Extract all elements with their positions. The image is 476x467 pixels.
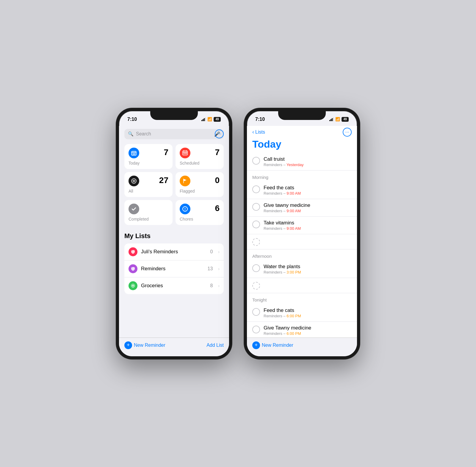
reminder-circle[interactable]: [252, 221, 260, 228]
groceries-count: 8: [210, 283, 213, 288]
reminder-text: Feed the cats Reminders – 6:00 PM: [264, 307, 352, 318]
reminder-circle-dashed[interactable]: [252, 238, 260, 246]
reminder-title: Call truist: [264, 156, 352, 162]
flagged-count: 0: [215, 176, 220, 185]
reminder-circle-dashed[interactable]: [252, 282, 260, 290]
smart-card-scheduled[interactable]: 7 Scheduled: [176, 144, 224, 169]
reminder-list: Call truist Reminders – Yesterday Mornin…: [247, 153, 357, 342]
reminder-text: Water the plants Reminders – 3:00 PM: [264, 264, 352, 274]
list-item-reminders[interactable]: Reminders 13 ›: [124, 260, 224, 277]
left-screen: ··· 🔍 Search 🎤: [119, 126, 229, 356]
reminder-title: Give Tawny medicine: [264, 325, 352, 331]
reminder-sub: Reminders – Yesterday: [264, 163, 352, 167]
scheduled-icon: [180, 148, 190, 158]
reminders-icon: [129, 264, 137, 273]
my-lists-container: Juli's Reminders 0 › Reminders 13 ›: [124, 243, 224, 294]
groceries-name: Groceries: [141, 283, 206, 289]
right-new-reminder-label: New Reminder: [262, 343, 293, 348]
reminder-feed-cats-tonight[interactable]: Feed the cats Reminders – 6:00 PM: [247, 304, 357, 322]
reminder-give-tawny-tonight[interactable]: Give Tawny medicine Reminders – 6:00 PM: [247, 322, 357, 339]
reminders-name: Reminders: [141, 266, 204, 272]
today-label: Today: [129, 161, 168, 165]
julis-reminders-icon: [129, 247, 137, 256]
today-count: 7: [164, 148, 168, 157]
left-time: 7:10: [127, 117, 137, 122]
reminder-text: Feed the cats Reminders – 9:00 AM: [264, 185, 352, 196]
reminder-call-truist[interactable]: Call truist Reminders – Yesterday: [247, 153, 357, 171]
reminder-sub: Reminders – 9:00 AM: [264, 191, 352, 196]
right-more-button[interactable]: ···: [343, 128, 352, 137]
reminder-title: Feed the cats: [264, 185, 352, 191]
right-time: 7:10: [255, 117, 265, 122]
flagged-icon: [180, 176, 190, 186]
list-item-groceries[interactable]: Groceries 8 ›: [124, 277, 224, 294]
reminder-circle[interactable]: [252, 185, 260, 193]
left-status-icons: 📶 49: [201, 117, 221, 122]
reminder-sub: Reminders – 6:00 PM: [264, 314, 352, 318]
flagged-label: Flagged: [180, 189, 220, 193]
right-battery-icon: 49: [342, 117, 349, 122]
svg-point-16: [133, 250, 135, 252]
svg-rect-8: [184, 153, 184, 154]
smart-card-flagged[interactable]: 0 Flagged: [176, 172, 224, 197]
search-icon: 🔍: [128, 131, 134, 137]
groceries-icon: [129, 281, 137, 290]
reminder-feed-cats-morning[interactable]: Feed the cats Reminders – 9:00 AM: [247, 182, 357, 199]
battery-icon: 49: [214, 117, 221, 122]
reminder-title: Take vitamins: [264, 220, 352, 226]
reminder-circle[interactable]: [252, 157, 260, 165]
all-label: All: [129, 189, 168, 193]
right-signal-icon: [329, 118, 334, 121]
julis-reminders-name: Juli's Reminders: [141, 249, 206, 255]
list-item-julis[interactable]: Juli's Reminders 0 ›: [124, 243, 224, 260]
completed-label: Completed: [129, 217, 168, 221]
reminder-empty-morning[interactable]: [247, 234, 357, 249]
reminder-give-tawny[interactable]: Give tawny medicine Reminders – 9:00 AM: [247, 199, 357, 217]
search-bar[interactable]: 🔍 Search 🎤: [124, 129, 224, 139]
svg-point-12: [133, 180, 135, 182]
svg-text:10: 10: [133, 153, 135, 155]
right-phone: 7:10 📶 49 ‹ Lists ···: [244, 108, 360, 359]
add-list-button[interactable]: Add List: [206, 343, 224, 348]
all-icon: [129, 176, 139, 186]
back-button[interactable]: ‹ Lists: [252, 129, 265, 135]
right-new-reminder-plus-icon: +: [252, 341, 260, 349]
reminder-take-vitamins[interactable]: Take vitamins Reminders – 9:00 AM: [247, 217, 357, 234]
right-status-bar: 7:10 📶 49: [247, 111, 357, 126]
groceries-chevron: ›: [218, 283, 220, 288]
smart-card-all[interactable]: 27 All: [124, 172, 173, 197]
reminder-title: Give tawny medicine: [264, 202, 352, 208]
smart-card-today[interactable]: 10 7 Today: [124, 144, 173, 169]
reminder-circle[interactable]: [252, 326, 260, 333]
reminder-sub: Reminders – 9:00 AM: [264, 209, 352, 213]
reminder-circle[interactable]: [252, 308, 260, 316]
reminder-text: Take vitamins Reminders – 9:00 AM: [264, 220, 352, 231]
nav-row: ‹ Lists ···: [252, 128, 352, 137]
julis-reminders-count: 0: [210, 249, 213, 254]
more-button[interactable]: ···: [215, 129, 224, 138]
reminder-water-plants[interactable]: Water the plants Reminders – 3:00 PM: [247, 260, 357, 278]
reminder-circle[interactable]: [252, 203, 260, 211]
page-title: Today: [247, 138, 357, 150]
scheduled-label: Scheduled: [180, 161, 220, 165]
right-new-reminder-button[interactable]: + New Reminder: [252, 341, 293, 349]
smart-card-chores[interactable]: ! 6 Chores: [176, 200, 224, 225]
all-count: 27: [159, 176, 168, 185]
new-reminder-button[interactable]: + New Reminder: [124, 341, 165, 349]
reminder-text: Call truist Reminders – Yesterday: [264, 156, 352, 167]
svg-point-17: [133, 267, 135, 268]
reminders-chevron: ›: [218, 266, 220, 271]
reminder-empty-afternoon[interactable]: [247, 278, 357, 293]
chores-label: Chores: [180, 217, 220, 221]
section-afternoon: Afternoon: [247, 249, 357, 260]
signal-icon: [201, 118, 206, 121]
right-status-icons: 📶 49: [329, 117, 349, 122]
reminder-circle[interactable]: [252, 264, 260, 272]
my-lists-title: My Lists: [124, 232, 224, 240]
reminder-text: Give tawny medicine Reminders – 9:00 AM: [264, 202, 352, 213]
right-wifi-icon: 📶: [335, 117, 340, 121]
new-reminder-plus-icon: +: [124, 341, 132, 349]
chores-icon: !: [180, 204, 190, 214]
smart-card-completed[interactable]: Completed: [124, 200, 173, 225]
section-tonight: Tonight: [247, 293, 357, 304]
